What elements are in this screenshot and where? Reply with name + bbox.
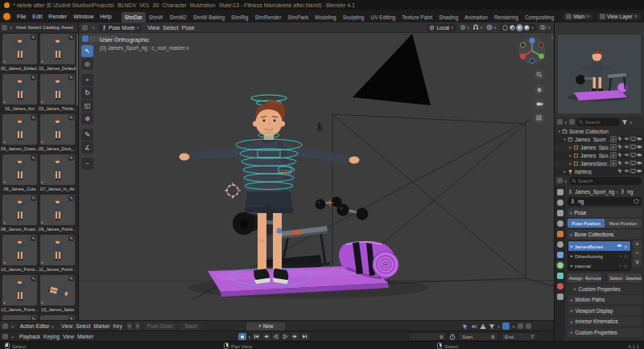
breadcrumb-data[interactable]: rig bbox=[627, 189, 633, 195]
auto-keying-button[interactable] bbox=[238, 333, 246, 340]
eye-icon[interactable] bbox=[617, 243, 622, 249]
remove-button[interactable]: Remove bbox=[585, 273, 602, 282]
asset-thumbnail-09-james-pointi[interactable]: ✎A bbox=[40, 195, 75, 225]
camera-toggle-icon[interactable] bbox=[637, 168, 642, 174]
perspective-toggle-button[interactable] bbox=[534, 113, 545, 124]
mode-selector[interactable]: Pose Mode ∨ bbox=[99, 24, 142, 31]
play-reverse-button[interactable] bbox=[272, 333, 280, 340]
filter-funnel-icon[interactable] bbox=[489, 323, 495, 330]
asset-thumbnail-00-james-defaul[interactable]: ✎A bbox=[2, 34, 37, 64]
push-down-button[interactable]: Push Down bbox=[143, 322, 177, 330]
cursor-tool-button[interactable]: ◎ bbox=[81, 58, 93, 70]
camera-toggle-icon[interactable] bbox=[637, 160, 642, 166]
viewport-menu-select[interactable]: Select bbox=[161, 25, 180, 31]
workspace-tab-texture-paint[interactable]: Texture Paint bbox=[398, 12, 436, 23]
bone-collection-otherautorig[interactable]: ▸OtherAutorig~☆ bbox=[568, 251, 630, 261]
outliner-row-james-spo[interactable]: ▸James_Spo...✓ bbox=[555, 143, 644, 151]
topbar-menu-file[interactable]: File bbox=[14, 14, 29, 19]
shading-rendered-button[interactable] bbox=[524, 25, 530, 31]
screen-toggle-icon[interactable] bbox=[630, 136, 636, 142]
current-frame-field[interactable]: 0 bbox=[408, 332, 447, 341]
viewport-menu-view[interactable]: View bbox=[146, 25, 161, 31]
knee-rig-control[interactable] bbox=[277, 228, 283, 234]
editor-type-icon[interactable] bbox=[2, 323, 8, 329]
new-action-button[interactable]: + New bbox=[246, 322, 285, 331]
copy-keyframes-icon[interactable] bbox=[518, 323, 523, 329]
chevron-down-icon[interactable]: ∨ bbox=[248, 335, 251, 339]
asset-thumbnail-12-james-pointi[interactable]: ✎A bbox=[2, 275, 37, 306]
screen-toggle-icon[interactable] bbox=[630, 160, 636, 166]
eye-toggle-icon[interactable] bbox=[624, 136, 630, 142]
camera-toggle-icon[interactable] bbox=[637, 152, 642, 158]
editor-type-icon[interactable] bbox=[557, 178, 563, 183]
asset-thumbnail-10-james-pointi[interactable]: ✎A bbox=[2, 235, 37, 265]
properties-search[interactable] bbox=[569, 177, 642, 185]
topbar-menu-window[interactable]: Window bbox=[70, 14, 97, 19]
workspace-tab-shnpack[interactable]: ShnPack bbox=[284, 12, 312, 23]
active-tool-icon[interactable] bbox=[82, 35, 89, 42]
dopesheet-menu-marker[interactable]: Marker bbox=[92, 323, 111, 329]
asset-thumbnail-06-james-cute[interactable]: ✎A bbox=[2, 154, 37, 185]
screen-toggle-icon[interactable] bbox=[630, 168, 636, 174]
scene-selector[interactable]: Main ✕ bbox=[563, 13, 592, 20]
topbar-menu-help[interactable]: Help bbox=[97, 14, 114, 19]
dopesheet-menu-select[interactable]: Select bbox=[74, 323, 92, 329]
transform-orientation-selector[interactable]: Local ∨ bbox=[427, 24, 456, 31]
deselect-button[interactable]: Deselect bbox=[625, 273, 642, 282]
chevron-down-icon[interactable]: ∨ bbox=[512, 324, 515, 329]
asset-thumbnail-02-james-act[interactable]: ✎A bbox=[2, 74, 37, 105]
eye-closed-icon[interactable]: ~ bbox=[619, 253, 622, 258]
rig-control-bar[interactable] bbox=[291, 231, 301, 236]
chevron-right-icon[interactable]: ▸ bbox=[568, 161, 573, 166]
chevron-right-icon[interactable]: ▸ bbox=[568, 145, 573, 150]
camera-toggle-icon[interactable] bbox=[637, 144, 642, 150]
end-frame-field[interactable]: End 7 bbox=[501, 332, 538, 341]
topbar-menu-edit[interactable]: Edit bbox=[29, 14, 45, 19]
bone-collections-header[interactable]: ▾ Bone Collections bbox=[568, 230, 642, 239]
chevron-down-icon[interactable]: ▾ bbox=[562, 137, 568, 142]
start-frame-field[interactable]: Start 0 bbox=[458, 332, 498, 341]
errors-warning-icon[interactable] bbox=[480, 323, 486, 330]
scale-tool-button[interactable]: ◱ bbox=[81, 100, 93, 112]
texture-tab-icon[interactable] bbox=[557, 294, 564, 300]
asset-scrollbar[interactable] bbox=[76, 34, 78, 106]
view-layer-remove-icon[interactable]: ✕ bbox=[634, 14, 638, 18]
move-tool-button[interactable]: + bbox=[81, 74, 93, 86]
filter-icon[interactable] bbox=[621, 119, 628, 125]
asset-menu-catalog[interactable]: Catalog bbox=[42, 25, 60, 30]
eye-toggle-icon[interactable] bbox=[624, 152, 630, 158]
workspace-tab-uv-editing[interactable]: UV Editing bbox=[367, 12, 398, 23]
panel-motion-paths[interactable]: ▸Motion Paths bbox=[568, 295, 642, 304]
output-tab-icon[interactable] bbox=[557, 210, 564, 216]
stopwatch-icon[interactable] bbox=[449, 334, 456, 340]
exclude-checkbox[interactable]: ✓ bbox=[610, 144, 617, 150]
add-collection-button[interactable]: + bbox=[633, 240, 642, 248]
outliner-row-james-spo[interactable]: ▸James_Spo...✓ bbox=[555, 151, 644, 159]
asset-thumbnail-07-james-in-air[interactable]: ✎A bbox=[40, 154, 75, 185]
screen-toggle-icon[interactable] bbox=[630, 144, 636, 150]
workspace-tab-shnw[interactable]: ShnW bbox=[146, 12, 167, 23]
pose-section-header[interactable]: ▾ Pose bbox=[568, 208, 642, 217]
camera-preview[interactable] bbox=[555, 23, 644, 117]
bone-collection-internal[interactable]: ▸internal~☆ bbox=[568, 261, 630, 270]
jump-to-start-button[interactable] bbox=[253, 333, 261, 340]
timeline-menu-marker[interactable]: Marker bbox=[76, 334, 95, 339]
chevron-down-icon[interactable]: ∨ bbox=[531, 25, 535, 30]
asset-thumbnail-08-james-frustr[interactable]: ✎A bbox=[2, 195, 37, 225]
topbar-menu-render[interactable]: Render bbox=[45, 14, 70, 19]
armature-data-tab-icon[interactable] bbox=[557, 262, 564, 269]
properties-search-input[interactable] bbox=[578, 179, 626, 183]
asset-menu-select[interactable]: Select bbox=[27, 25, 43, 30]
screen-toggle-icon[interactable] bbox=[630, 152, 636, 158]
camera-toggle-icon[interactable] bbox=[637, 136, 642, 142]
outliner-row-lighting[interactable]: ▸lighting bbox=[555, 167, 644, 175]
measure-tool-button[interactable]: ∠ bbox=[81, 142, 93, 154]
remove-collection-button[interactable]: − bbox=[633, 249, 642, 257]
breadcrumb-object[interactable]: James_Sport_rig bbox=[575, 189, 614, 195]
proportional-editing-button[interactable]: ∨ bbox=[486, 24, 497, 31]
fake-user-shield-icon[interactable] bbox=[634, 199, 639, 204]
navigation-gizmo[interactable] bbox=[517, 35, 547, 66]
blender-menu-icon[interactable] bbox=[3, 13, 10, 20]
star-icon[interactable]: ☆ bbox=[624, 263, 628, 269]
outliner-search-input[interactable] bbox=[585, 120, 617, 125]
